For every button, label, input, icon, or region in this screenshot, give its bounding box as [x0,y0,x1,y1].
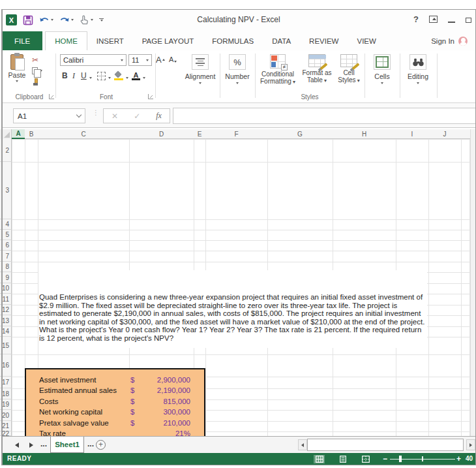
font-color-icon: A [132,72,140,80]
enter-icon[interactable]: ✓ [134,112,140,121]
number-group-button[interactable]: % Number [222,54,253,84]
page-break-preview-button[interactable] [360,455,371,463]
tab-file[interactable]: FILE [2,31,42,50]
borders-button[interactable] [97,72,111,80]
cells-label: Cells [367,72,397,80]
column-header-G[interactable]: G [267,129,333,139]
shrink-font-button[interactable]: A [169,55,177,63]
tab-formulas[interactable]: FORMULAS [203,31,263,50]
copy-button[interactable] [32,67,42,75]
shrink-font-letter: A [169,55,173,63]
column-header-B[interactable]: B [25,129,38,139]
restore-window-icon[interactable] [466,18,471,23]
fill-color-icon [114,72,123,80]
underline-button[interactable]: U [81,71,92,80]
cell-styles-button[interactable]: Cell Styles [336,54,362,84]
cancel-icon[interactable]: ✕ [112,112,118,121]
cells-group-button[interactable]: Cells [367,54,397,84]
tab-page-layout[interactable]: PAGE LAYOUT [133,31,203,50]
window-title: Calculating NPV - Excel [2,15,475,24]
tab-insert[interactable]: INSERT [87,31,133,50]
zoom-out-button[interactable]: − [383,454,387,463]
assumption-row: Asset investment$2,900,000 [26,376,204,386]
minimize-icon[interactable] [448,22,455,23]
zoom-in-button[interactable]: + [456,454,461,463]
zoom-slider-tick [422,456,423,461]
alignment-group-button[interactable]: Alignment [182,54,218,84]
sheet-nav-prev-icon[interactable] [15,443,19,448]
format-as-table-button[interactable]: Format as Table [299,54,335,84]
hscroll-right-button[interactable] [466,439,475,450]
assumption-value: 2,900,000 [157,376,190,384]
sheet-overflow-left[interactable]: ... [40,439,47,448]
italic-letter: I [72,71,75,81]
page-layout-view-button[interactable] [337,455,348,463]
gridline-horizontal [12,240,470,241]
font-size-select[interactable]: 11 [128,54,152,66]
column-header-J[interactable]: J [428,129,461,139]
gridline-horizontal [12,354,470,355]
column-header-A[interactable]: A [12,129,25,139]
formula-input[interactable] [173,108,476,124]
assumption-currency: $ [130,386,134,394]
sheet-tab-sheet1[interactable]: Sheet1 [50,437,84,453]
normal-view-button[interactable] [314,455,325,463]
tab-data[interactable]: DATA [263,31,300,50]
editing-group-button[interactable]: Editing [402,54,434,84]
font-color-button[interactable]: A [132,72,145,80]
conditional-formatting-button[interactable]: ≠ Conditional Formatting [258,54,298,86]
format-painter-icon [32,78,39,86]
assumption-row: Tax rate21% [26,429,204,436]
hscroll-left-button[interactable] [298,439,307,450]
format-painter-button[interactable] [32,78,42,86]
assumption-value: 2,190,000 [157,386,190,394]
cells-dropdown-icon [381,82,383,84]
name-box[interactable]: A1 [13,108,85,123]
name-box-value: A1 [18,112,27,120]
clipboard-dialog-launcher-icon[interactable] [49,94,54,99]
assumption-label: Asset investment [39,376,97,384]
paste-button[interactable]: Paste [6,54,28,82]
font-size-value: 11 [132,56,139,64]
column-header-I[interactable]: I [396,129,428,139]
window-border-top [1,9,475,10]
assumption-label: Net working capital [39,408,102,416]
worksheet-grid[interactable]: ABCDEFGHIJ234567891011121314151617181920… [0,129,476,436]
tab-home[interactable]: HOME [45,31,87,50]
sheet-nav-next-icon[interactable] [29,443,33,448]
paste-label: Paste [6,71,28,79]
hscroll-thumb[interactable] [307,439,464,451]
cell-styles-icon [340,54,357,67]
alignment-dropdown-icon [199,82,201,84]
zoom-slider-handle[interactable] [399,456,402,462]
gridline-vertical [461,139,462,436]
cut-button[interactable]: ✂ [32,55,42,64]
conditional-formatting-icon: ≠ [270,54,286,69]
ribbon-display-options-icon[interactable] [429,16,438,23]
tab-review[interactable]: REVIEW [300,31,348,50]
user-avatar-icon [458,37,468,46]
column-header-E[interactable]: E [194,129,205,139]
font-dialog-launcher-icon[interactable] [148,94,153,99]
column-header-F[interactable]: F [205,129,267,139]
sign-in-link[interactable]: Sign In [431,31,468,50]
sheet-overflow-right[interactable]: ... [87,439,94,448]
fill-color-button[interactable] [114,72,128,80]
font-size-dropdown-icon [146,59,149,61]
new-sheet-button[interactable]: + [96,440,106,450]
insert-function-icon[interactable]: fx [156,111,162,121]
font-family-select[interactable]: Calibri [60,54,126,66]
ribbon: Paste ✂ Clipboard Calibri 11 A A B I U [2,50,475,103]
column-header-D[interactable]: D [129,129,194,139]
italic-button[interactable]: I [72,71,75,81]
grow-font-button[interactable]: A [156,55,165,65]
tab-view[interactable]: VIEW [348,31,385,50]
name-box-dropdown-icon[interactable] [76,112,82,117]
bold-button[interactable]: B [62,71,68,80]
assumption-value: 815,000 [163,398,190,405]
window-border-left [1,9,3,465]
column-header-H[interactable]: H [333,129,396,139]
paste-dropdown-icon[interactable] [16,80,18,82]
column-header-C[interactable]: C [38,129,129,139]
help-button[interactable]: ? [413,14,419,24]
